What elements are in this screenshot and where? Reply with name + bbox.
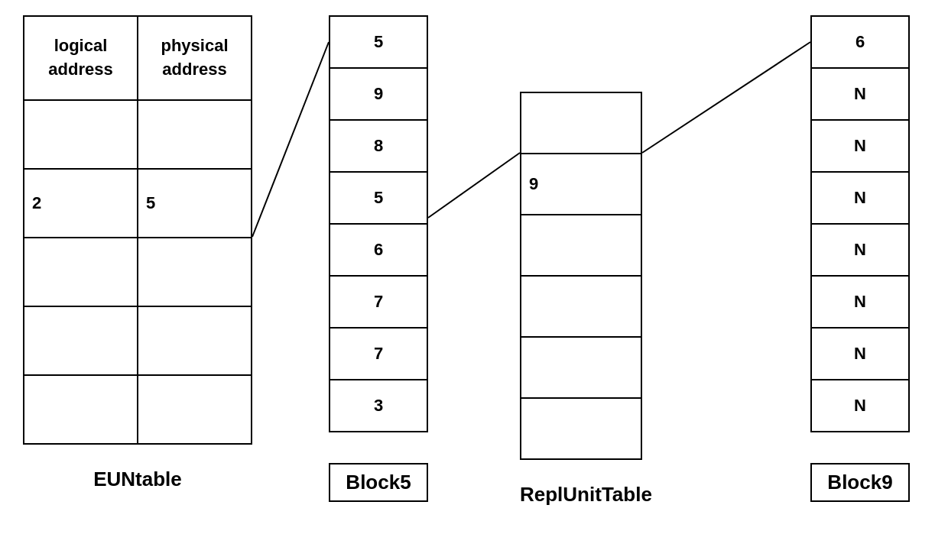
block5-cell-2: 8 xyxy=(330,120,427,172)
block5-cell-7: 3 xyxy=(330,380,427,432)
block5-cell-5: 7 xyxy=(330,276,427,328)
eun-row4-physical xyxy=(138,306,252,375)
eun-row1-logical xyxy=(24,100,138,169)
block9-label-wrapper: Block9 xyxy=(810,448,910,502)
main-container: logicaladdress physicaladdress 2 5 xyxy=(0,0,948,560)
svg-line-1 xyxy=(428,153,520,218)
block9-cell-3: N xyxy=(811,172,909,224)
block9-cell-1: N xyxy=(811,68,909,120)
block9-table: 6 N N N N N N N xyxy=(810,15,910,432)
repl-row2 xyxy=(521,215,641,276)
block5-cell-0: 5 xyxy=(330,16,427,68)
block5-label-wrapper: Block5 xyxy=(329,448,428,502)
repl-row3 xyxy=(521,276,641,337)
eun-section: logicaladdress physicaladdress 2 5 xyxy=(23,15,252,491)
svg-line-2 xyxy=(642,42,810,153)
eun-row5-physical xyxy=(138,375,252,444)
block5-cell-4: 6 xyxy=(330,224,427,276)
repl-row5 xyxy=(521,398,641,459)
eun-row5-logical xyxy=(24,375,138,444)
eun-col1-header: logicaladdress xyxy=(24,16,138,100)
block9-cell-6: N xyxy=(811,328,909,380)
block5-cell-6: 7 xyxy=(330,328,427,380)
block5-label: Block5 xyxy=(329,463,427,502)
block9-cell-0: 6 xyxy=(811,16,909,68)
block5-cell-1: 9 xyxy=(330,68,427,120)
eun-row2-physical: 5 xyxy=(138,169,252,238)
block9-label: Block9 xyxy=(810,463,909,502)
eun-table: logicaladdress physicaladdress 2 5 xyxy=(23,15,252,445)
repl-section: 9 ReplUnitTable xyxy=(520,92,652,507)
repl-row4 xyxy=(521,337,641,398)
block5-section: 5 9 8 5 6 7 7 3 Block5 xyxy=(329,15,428,502)
repl-table: 9 xyxy=(520,92,642,460)
eun-col2-header: physicaladdress xyxy=(138,16,252,100)
eun-label: EUNtable xyxy=(23,468,252,491)
block9-cell-4: N xyxy=(811,224,909,276)
repl-label: ReplUnitTable xyxy=(520,483,652,507)
repl-row0 xyxy=(521,92,641,154)
block5-cell-3: 5 xyxy=(330,172,427,224)
repl-row1: 9 xyxy=(521,154,641,215)
block9-cell-7: N xyxy=(811,380,909,432)
eun-row4-logical xyxy=(24,306,138,375)
block9-cell-2: N xyxy=(811,120,909,172)
eun-row2-logical: 2 xyxy=(24,169,138,238)
eun-row1-physical xyxy=(138,100,252,169)
eun-row3-logical xyxy=(24,238,138,306)
eun-row3-physical xyxy=(138,238,252,306)
block5-table: 5 9 8 5 6 7 7 3 xyxy=(329,15,428,432)
svg-line-0 xyxy=(252,42,329,237)
block9-section: 6 N N N N N N N Block9 xyxy=(810,15,910,502)
block9-cell-5: N xyxy=(811,276,909,328)
